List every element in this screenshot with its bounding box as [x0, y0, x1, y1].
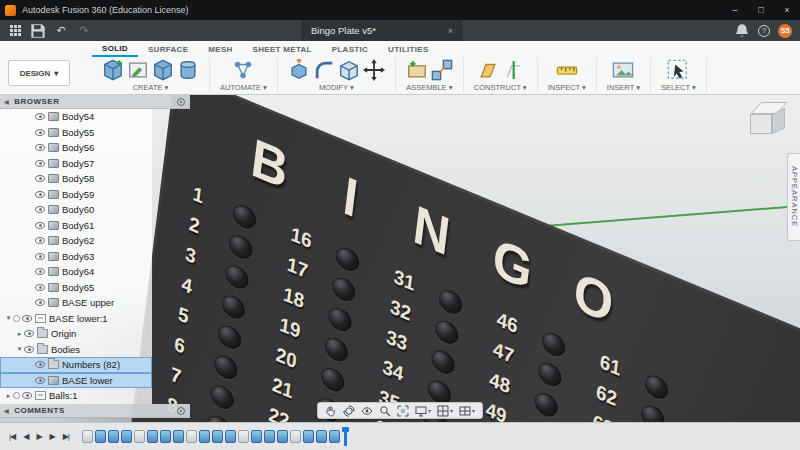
view-cube-front-face[interactable]	[750, 114, 772, 134]
design-workspace-menu[interactable]: DESIGN ▾	[8, 60, 70, 86]
timeline-feature-extrude[interactable]	[121, 430, 132, 443]
visibility-eye-icon[interactable]	[35, 222, 45, 229]
box-icon[interactable]	[152, 59, 174, 81]
expand-icon[interactable]: ▾	[15, 345, 24, 353]
new-solid-icon[interactable]	[102, 59, 124, 81]
timeline-feature-sketch[interactable]	[290, 430, 301, 443]
group-label-construct[interactable]: CONSTRUCT ▾	[474, 83, 527, 92]
group-label-select[interactable]: SELECT ▾	[661, 83, 696, 92]
bingo-plate-model[interactable]: BINGO12345678910111213141516171819202122…	[89, 95, 800, 422]
browser-row-body60[interactable]: Body60	[0, 202, 152, 218]
close-button[interactable]: ×	[774, 0, 800, 20]
visibility-eye-icon[interactable]	[35, 144, 45, 151]
visibility-eye-icon[interactable]	[35, 206, 45, 213]
visibility-eye-icon[interactable]	[35, 361, 45, 368]
undo-icon[interactable]: ↶	[53, 23, 69, 38]
collapse-icon[interactable]: ◀	[4, 98, 9, 105]
timeline-feature-extrude[interactable]	[212, 430, 223, 443]
timeline-feature-extrude[interactable]	[251, 430, 262, 443]
visibility-eye-icon[interactable]	[35, 129, 45, 136]
timeline-feature-sketch[interactable]	[238, 430, 249, 443]
tab-surface[interactable]: SURFACE	[138, 41, 198, 57]
activate-radio[interactable]	[13, 392, 20, 399]
move-icon[interactable]	[363, 59, 385, 81]
browser-row-body55[interactable]: Body55	[0, 125, 152, 141]
app-grid-menu-icon[interactable]	[7, 23, 23, 38]
timeline-marker[interactable]	[344, 428, 347, 446]
group-label-automate[interactable]: AUTOMATE ▾	[220, 83, 267, 92]
timeline-feature-extrude[interactable]	[108, 430, 119, 443]
look-at-button[interactable]	[361, 405, 373, 417]
browser-row-body65[interactable]: Body65	[0, 280, 152, 296]
appearance-panel-tab[interactable]: APPEARANCE	[787, 153, 800, 241]
timeline-feature-extrude[interactable]	[160, 430, 171, 443]
browser-row-numbers-82[interactable]: Numbers (82)	[0, 357, 152, 373]
viewport-canvas[interactable]: BINGO12345678910111213141516171819202122…	[0, 95, 800, 422]
visibility-eye-icon[interactable]	[35, 268, 45, 275]
zoom-button[interactable]	[379, 405, 391, 417]
comments-options-icon[interactable]	[177, 407, 185, 415]
group-label-modify[interactable]: MODIFY ▾	[288, 83, 385, 92]
tab-sheet-metal[interactable]: SHEET METAL	[243, 41, 322, 57]
visibility-eye-icon[interactable]	[35, 299, 45, 306]
expand-icon[interactable]: ▾	[4, 314, 13, 322]
axis-icon[interactable]	[502, 59, 524, 81]
timeline-feature-extrude[interactable]	[303, 430, 314, 443]
timeline-feature-extrude[interactable]	[277, 430, 288, 443]
document-tab[interactable]: Bingo Plate v5* ×	[302, 20, 462, 41]
browser-row-base-lower-1[interactable]: ▾BASE lower:1	[0, 311, 152, 327]
plane-icon[interactable]	[477, 59, 499, 81]
browser-row-body54[interactable]: Body54	[0, 109, 152, 125]
comments-header[interactable]: ◀ COMMENTS	[0, 404, 190, 418]
group-label-assemble[interactable]: ASSEMBLE ▾	[406, 83, 453, 92]
go-to-start-button[interactable]: |◀	[6, 432, 18, 441]
cylinder-icon[interactable]	[177, 59, 199, 81]
timeline-feature-extrude[interactable]	[225, 430, 236, 443]
visibility-eye-icon[interactable]	[35, 160, 45, 167]
browser-row-body62[interactable]: Body62	[0, 233, 152, 249]
browser-row-body59[interactable]: Body59	[0, 187, 152, 203]
timeline-feature-extrude[interactable]	[264, 430, 275, 443]
redo-icon[interactable]: ↷	[76, 23, 92, 38]
timeline-feature-sketch[interactable]	[134, 430, 145, 443]
browser-row-body63[interactable]: Body63	[0, 249, 152, 265]
tab-mesh[interactable]: MESH	[198, 41, 242, 57]
filter-icon[interactable]	[177, 98, 185, 106]
browser-row-base-upper[interactable]: BASE upper	[0, 295, 152, 311]
step-forward-button[interactable]: ▶	[47, 432, 58, 441]
view-cube[interactable]	[746, 99, 792, 143]
viewports-button[interactable]: ▾	[459, 405, 475, 417]
shell-icon[interactable]	[338, 59, 360, 81]
step-back-button[interactable]: ◀	[20, 432, 31, 441]
group-label-inspect[interactable]: INSPECT ▾	[548, 83, 586, 92]
timeline-feature-extrude[interactable]	[329, 430, 340, 443]
document-close-icon[interactable]: ×	[448, 26, 453, 36]
browser-row-body58[interactable]: Body58	[0, 171, 152, 187]
timeline-feature-sketch[interactable]	[82, 430, 93, 443]
group-label-create[interactable]: CREATE ▾	[102, 83, 199, 92]
new-component-icon[interactable]	[406, 59, 428, 81]
orbit-button[interactable]	[343, 405, 355, 417]
joint-icon[interactable]	[431, 59, 453, 81]
expand-icon[interactable]: ▸	[4, 392, 13, 400]
timeline-feature-extrude[interactable]	[199, 430, 210, 443]
browser-header[interactable]: ◀ BROWSER	[0, 95, 190, 109]
visibility-eye-icon[interactable]	[35, 237, 45, 244]
select-cursor-icon[interactable]	[667, 59, 689, 81]
browser-row-balls-1[interactable]: ▸Balls:1	[0, 388, 152, 404]
browser-row-body56[interactable]: Body56	[0, 140, 152, 156]
help-icon[interactable]: ?	[758, 25, 770, 37]
display-settings-button[interactable]: ▾	[415, 405, 431, 417]
tab-plastic[interactable]: PLASTIC	[322, 41, 378, 57]
minimize-button[interactable]: –	[722, 0, 748, 20]
visibility-eye-icon[interactable]	[35, 253, 45, 260]
save-icon[interactable]	[30, 23, 46, 38]
play-button[interactable]: ▶	[33, 432, 44, 441]
collapse-icon[interactable]: ◀	[4, 407, 9, 414]
browser-row-body64[interactable]: Body64	[0, 264, 152, 280]
notification-bell-icon[interactable]	[734, 23, 750, 38]
timeline-feature-extrude[interactable]	[316, 430, 327, 443]
press-pull-icon[interactable]	[288, 59, 310, 81]
activate-radio[interactable]	[13, 315, 20, 322]
tab-solid[interactable]: SOLID	[92, 41, 138, 57]
